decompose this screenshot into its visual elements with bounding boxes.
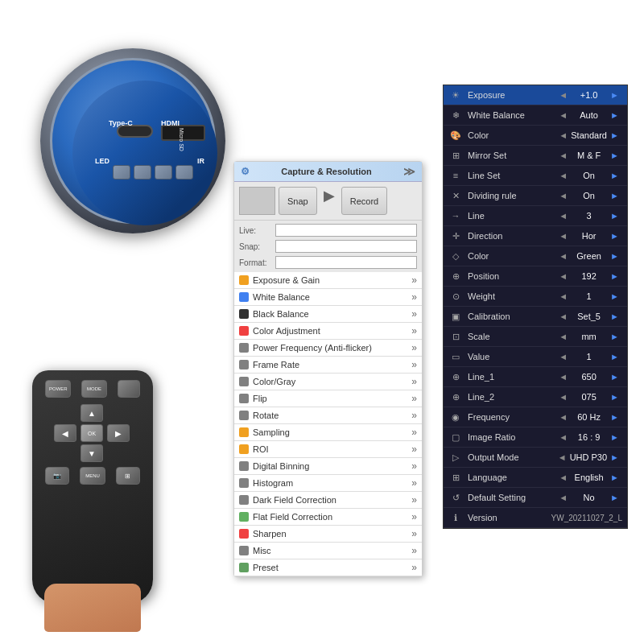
arrow-right-icon[interactable]: ► (610, 110, 619, 120)
format-input[interactable] (275, 256, 417, 269)
capture-menu-item[interactable]: Rotate » (234, 407, 422, 424)
arrow-right-icon[interactable]: ► (610, 352, 619, 361)
record-button[interactable]: Record (341, 187, 387, 215)
dpad-up[interactable]: ▲ (80, 404, 103, 422)
arrow-left-icon[interactable]: ◄ (559, 352, 568, 361)
settings-row[interactable]: ≡ Line Set ◄ On ► (444, 166, 627, 186)
arrow-left-icon[interactable]: ◄ (559, 271, 568, 281)
settings-row[interactable]: ❄ White Balance ◄ Auto ► (444, 105, 627, 126)
arrow-right-icon[interactable]: ► (610, 392, 619, 402)
power-button[interactable]: POWER (45, 380, 71, 398)
capture-menu-item[interactable]: Histogram » (234, 475, 422, 492)
settings-row[interactable]: ▷ Output Mode ◄ UHD P30 ► (444, 448, 627, 468)
arrow-right-icon[interactable]: ► (610, 251, 619, 261)
settings-row[interactable]: ⊞ Mirror Set ◄ M & F ► (444, 146, 627, 166)
arrow-left-icon[interactable]: ◄ (559, 251, 568, 261)
capture-menu-item[interactable]: Frame Rate » (234, 357, 422, 374)
arrow-right-icon[interactable]: ► (610, 493, 619, 502)
settings-row[interactable]: ⊞ Language ◄ English ► (444, 468, 627, 488)
dpad-right[interactable]: ▶ (107, 424, 130, 442)
capture-menu-item[interactable]: Digital Binning » (234, 458, 422, 475)
collapse-icon[interactable]: ≫ (403, 165, 415, 178)
arrow-left-icon[interactable]: ◄ (559, 332, 568, 341)
settings-row[interactable]: ⊙ Weight ◄ 1 ► (444, 287, 627, 307)
grid-button[interactable] (118, 380, 140, 398)
settings-row[interactable]: ⊡ Scale ◄ mm ► (444, 327, 627, 347)
arrow-left-icon[interactable]: ◄ (559, 372, 568, 382)
zoom-remote-button[interactable]: ⊞ (116, 467, 140, 485)
arrow-right-icon[interactable]: ► (610, 90, 619, 100)
arrow-left-icon[interactable]: ◄ (559, 110, 568, 120)
capture-menu-item[interactable]: ROI » (234, 441, 422, 458)
arrow-right-icon[interactable]: ► (610, 412, 619, 422)
arrow-left-icon[interactable]: ◄ (559, 151, 568, 160)
settings-row[interactable]: ⊕ Line_1 ◄ 650 ► (444, 367, 627, 387)
capture-menu-item[interactable]: Power Frequency (Anti-flicker) » (234, 340, 422, 357)
settings-row[interactable]: ▢ Image Ratio ◄ 16 : 9 ► (444, 427, 627, 448)
arrow-left-icon[interactable]: ◄ (559, 432, 568, 442)
dpad-left[interactable]: ◀ (54, 424, 76, 442)
arrow-right-icon[interactable]: ► (610, 452, 619, 462)
arrow-left-icon[interactable]: ◄ (559, 130, 568, 140)
settings-row[interactable]: ⊕ Line_2 ◄ 075 ► (444, 387, 627, 407)
arrow-left-icon[interactable]: ◄ (559, 291, 568, 301)
settings-row[interactable]: ▭ Value ◄ 1 ► (444, 347, 627, 367)
arrow-left-icon[interactable]: ◄ (558, 452, 567, 462)
capture-menu-item[interactable]: Color/Gray » (234, 374, 422, 390)
settings-row[interactable]: ▣ Calibration ◄ Set_5 ► (444, 307, 627, 327)
arrow-right-icon[interactable]: ► (610, 151, 619, 160)
arrow-left-icon[interactable]: ◄ (559, 473, 568, 482)
arrow-right-icon[interactable]: ► (610, 473, 619, 482)
cam-btn-3[interactable] (155, 165, 172, 180)
mode-button[interactable]: MODE (81, 380, 107, 398)
settings-row[interactable]: ◉ Frequency ◄ 60 Hz ► (444, 407, 627, 427)
settings-row[interactable]: ℹ Version YW_20211027_2_L (444, 508, 627, 528)
dpad-down[interactable]: ▼ (80, 444, 103, 462)
cam-btn-2[interactable] (134, 165, 151, 180)
arrow-left-icon[interactable]: ◄ (559, 211, 568, 221)
live-input[interactable] (275, 224, 417, 237)
arrow-right-icon[interactable]: ► (610, 191, 619, 200)
snap-input[interactable] (275, 240, 417, 253)
arrow-right-icon[interactable]: ► (610, 211, 619, 221)
arrow-left-icon[interactable]: ◄ (559, 493, 568, 502)
capture-menu-item[interactable]: Flat Field Correction » (234, 509, 422, 526)
capture-menu-item[interactable]: Exposure & Gain » (234, 272, 422, 289)
cam-btn-1[interactable] (113, 165, 130, 180)
settings-row[interactable]: ◇ Color ◄ Green ► (444, 246, 627, 266)
arrow-left-icon[interactable]: ◄ (559, 171, 568, 180)
settings-row[interactable]: → Line ◄ 3 ► (444, 206, 627, 226)
snap-remote-button[interactable]: 📷 (45, 467, 69, 485)
cam-btn-4[interactable] (175, 165, 193, 180)
arrow-right-icon[interactable]: ► (610, 291, 619, 301)
arrow-right-icon[interactable]: ► (610, 231, 619, 241)
capture-menu-item[interactable]: Sampling » (234, 424, 422, 441)
arrow-right-icon[interactable]: ► (610, 312, 619, 321)
arrow-left-icon[interactable]: ◄ (559, 312, 568, 321)
arrow-right-icon[interactable]: ► (610, 171, 619, 180)
menu-button[interactable]: MENU (80, 467, 105, 485)
ok-button[interactable]: OK (80, 424, 103, 442)
settings-row[interactable]: ✛ Direction ◄ Hor ► (444, 226, 627, 246)
arrow-right-icon[interactable]: ► (610, 332, 619, 341)
arrow-right-icon[interactable]: ► (610, 372, 619, 382)
snap-button[interactable]: Snap (279, 187, 317, 215)
capture-menu-item[interactable]: Black Balance » (234, 306, 422, 323)
capture-menu-item[interactable]: Preset » (234, 559, 422, 576)
settings-row[interactable]: ✕ Dividing rule ◄ On ► (444, 186, 627, 206)
settings-row[interactable]: ↺ Default Setting ◄ No ► (444, 488, 627, 508)
arrow-right-icon[interactable]: ► (610, 432, 619, 442)
arrow-right-icon[interactable]: ► (610, 271, 619, 281)
capture-menu-item[interactable]: Misc » (234, 543, 422, 559)
arrow-left-icon[interactable]: ◄ (559, 191, 568, 200)
arrow-left-icon[interactable]: ◄ (559, 231, 568, 241)
capture-menu-item[interactable]: Color Adjustment » (234, 323, 422, 340)
capture-menu-item[interactable]: Dark Field Correction » (234, 492, 422, 509)
capture-menu-item[interactable]: Flip » (234, 390, 422, 407)
capture-menu-item[interactable]: Sharpen » (234, 526, 422, 543)
arrow-right-icon[interactable]: ► (610, 130, 619, 140)
settings-row[interactable]: 🎨 Color ◄ Standard ► (444, 126, 627, 146)
settings-row[interactable]: ☀ Exposure ◄ +1.0 ► (444, 85, 627, 105)
arrow-left-icon[interactable]: ◄ (559, 412, 568, 422)
arrow-left-icon[interactable]: ◄ (559, 90, 568, 100)
